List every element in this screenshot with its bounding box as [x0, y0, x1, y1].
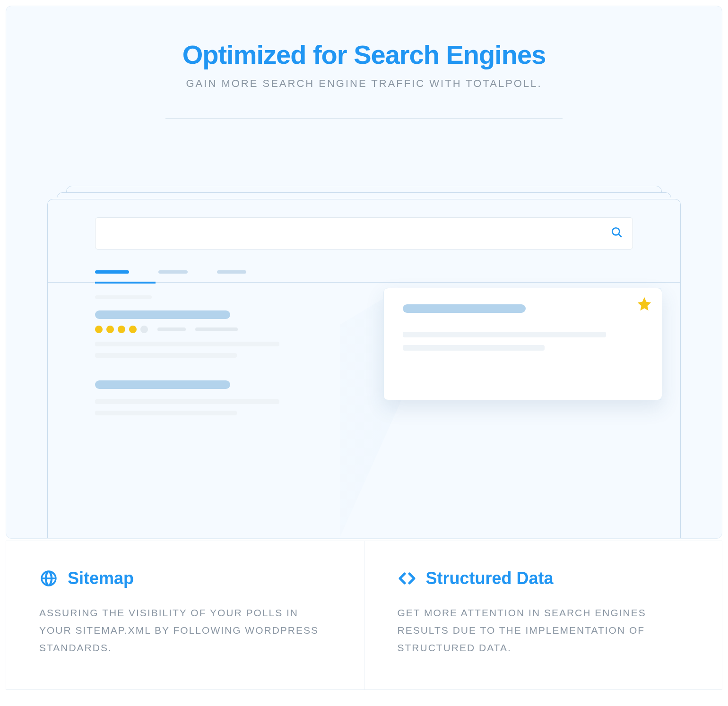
- search-icon: [611, 226, 623, 241]
- rating-dot-filled: [106, 326, 114, 333]
- callout-line: [403, 345, 545, 351]
- hero-card: Optimized for Search Engines GAIN MORE S…: [6, 6, 722, 539]
- feature-description: ASSURING THE VISIBILITY OF YOUR POLLS IN…: [39, 604, 331, 656]
- features-row: Sitemap ASSURING THE VISIBILITY OF YOUR …: [6, 541, 722, 690]
- callout-title-bar: [403, 304, 526, 313]
- code-icon: [398, 569, 416, 588]
- rating-dot-filled: [95, 326, 103, 333]
- feature-sitemap: Sitemap ASSURING THE VISIBILITY OF YOUR …: [6, 541, 364, 690]
- results-tabs: [95, 270, 633, 274]
- svg-point-0: [612, 228, 619, 235]
- rating-dot-filled: [129, 326, 137, 333]
- rating-dot-filled: [118, 326, 125, 333]
- browser-window-front: [47, 199, 681, 539]
- search-bar: [95, 217, 633, 250]
- active-tab-indicator: [95, 282, 156, 284]
- hero-title: Optimized for Search Engines: [25, 39, 703, 70]
- star-icon: [636, 296, 652, 314]
- tab-inactive-2: [217, 270, 246, 274]
- hero-subtitle: GAIN MORE SEARCH ENGINE TRAFFIC WITH TOT…: [25, 77, 703, 90]
- rating-dot-empty: [140, 326, 148, 333]
- featured-result-callout: [383, 288, 662, 400]
- rating-meta-bar: [157, 327, 186, 331]
- content-area: [48, 282, 680, 415]
- svg-line-1: [619, 234, 622, 237]
- globe-icon: [39, 569, 58, 588]
- rating-meta-bar: [195, 327, 238, 331]
- tab-active: [95, 270, 129, 274]
- tab-inactive-1: [158, 270, 188, 274]
- hero-section: Optimized for Search Engines GAIN MORE S…: [6, 6, 722, 119]
- callout-line: [403, 332, 606, 337]
- feature-title: Sitemap: [68, 568, 134, 588]
- divider: [165, 118, 563, 119]
- feature-description: GET MORE ATTENTION IN SEARCH ENGINES RES…: [398, 604, 689, 656]
- feature-title: Structured Data: [426, 568, 554, 588]
- feature-structured-data: Structured Data GET MORE ATTENTION IN SE…: [364, 541, 723, 690]
